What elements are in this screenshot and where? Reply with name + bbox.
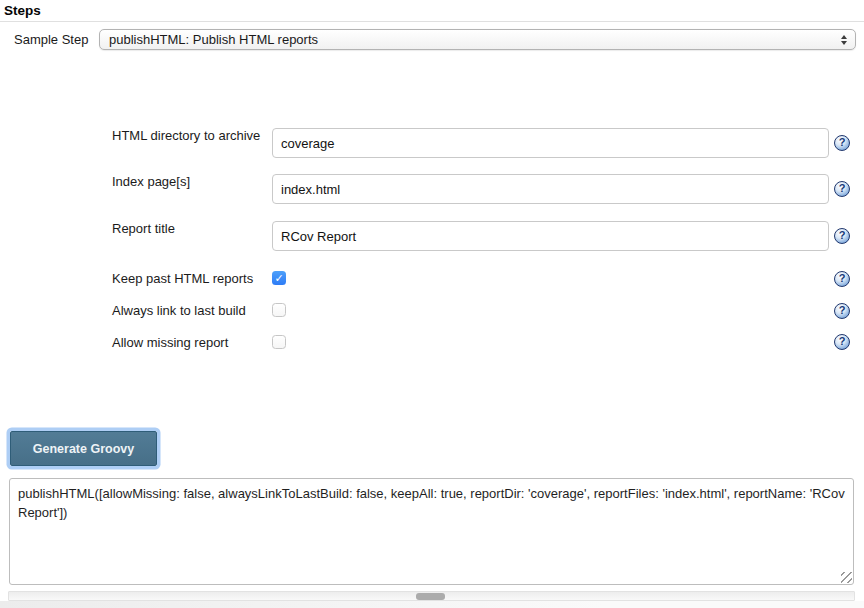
report-dir-input[interactable]: [272, 128, 829, 158]
scrollbar-thumb[interactable]: [416, 593, 445, 600]
sample-step-label: Sample Step: [14, 33, 88, 47]
index-pages-input[interactable]: [272, 174, 829, 204]
index-pages-label: Index page[s]: [112, 175, 190, 189]
snippet-generator-screen: Steps Sample Step publishHTML: Publish H…: [0, 0, 864, 608]
sample-step-select-wrap: publishHTML: Publish HTML reports: [99, 29, 856, 50]
always-link-last-build-label: Always link to last build: [112, 304, 246, 318]
report-dir-label: HTML directory to archive: [112, 129, 260, 143]
generate-groovy-button[interactable]: Generate Groovy: [10, 431, 157, 466]
help-icon[interactable]: ?: [834, 334, 850, 350]
help-icon[interactable]: ?: [834, 271, 850, 287]
allow-missing-report-label: Allow missing report: [112, 336, 228, 350]
help-icon[interactable]: ?: [834, 303, 850, 319]
section-divider: [0, 21, 864, 22]
textarea-resize-handle-icon[interactable]: [841, 572, 852, 583]
allow-missing-report-checkbox[interactable]: [272, 335, 286, 349]
always-link-last-build-checkbox[interactable]: [272, 303, 286, 317]
keep-past-reports-label: Keep past HTML reports: [112, 272, 253, 286]
horizontal-scrollbar[interactable]: [8, 591, 855, 601]
groovy-output-textarea[interactable]: publishHTML([allowMissing: false, always…: [9, 478, 854, 585]
help-icon[interactable]: ?: [834, 228, 850, 244]
footer-strip: [0, 601, 864, 608]
report-title-label: Report title: [112, 222, 175, 236]
help-icon[interactable]: ?: [834, 135, 850, 151]
report-title-input[interactable]: [272, 221, 829, 251]
steps-section-title: Steps: [4, 3, 41, 18]
help-icon[interactable]: ?: [834, 181, 850, 197]
sample-step-dropdown[interactable]: publishHTML: Publish HTML reports: [99, 29, 856, 50]
keep-past-reports-checkbox[interactable]: [272, 271, 286, 285]
